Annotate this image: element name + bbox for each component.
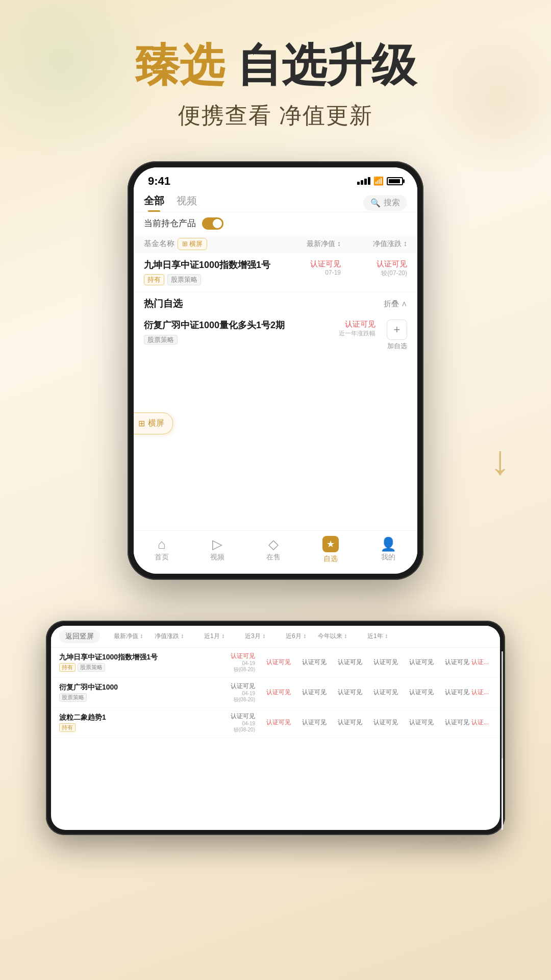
- ls-fund-1-m6: 认证可见: [364, 658, 398, 667]
- ls-fund-3-name: 波粒二象趋势1: [59, 713, 151, 722]
- battery-icon: [387, 177, 403, 185]
- hot-fund-change-label: 近一年涨跌幅: [339, 329, 375, 338]
- ls-fund-2-name: 衍复广羽中证1000: [59, 683, 151, 692]
- hot-fund-info: 衍复广羽中证1000量化多头1号2期 股票策略: [144, 320, 334, 344]
- ls-fund-1-m1: 认证可见: [293, 658, 327, 667]
- ls-fund-3-m1: 认证可见: [293, 718, 327, 727]
- signal-icon: [357, 177, 370, 185]
- status-time: 9:41: [148, 175, 170, 188]
- phones-container: 9:41 📶 全部 视频: [0, 151, 551, 866]
- ls-fund-2-y1: 认证可见: [436, 688, 469, 697]
- ls-fund-3-change: 认证可见: [257, 718, 291, 727]
- toggle-label: 当前持仓产品: [144, 217, 196, 229]
- ls-fund-2-extra: 认证...: [471, 688, 492, 697]
- hot-title: 热门自选: [144, 297, 183, 310]
- fund-1-change: 认证可见: [345, 259, 407, 269]
- ls-fund-2-tags: 股票策略: [59, 693, 151, 702]
- ls-fund-1-ytd: 认证可见: [400, 658, 434, 667]
- ls-fund-3-nav: 认证可见: [214, 712, 255, 721]
- title-part2: 自选升级: [237, 40, 416, 90]
- main-title: 臻选 自选升级: [0, 41, 551, 90]
- ls-tag-strategy-1: 股票策略: [78, 663, 105, 672]
- ls-fund-row-3[interactable]: 波粒二象趋势1 持有 认证可见 04-19 较(08-20) 认证可见 认证可见: [51, 708, 500, 738]
- current-position-toggle[interactable]: [202, 217, 223, 230]
- hot-fund-name: 衍复广羽中证1000量化多头1号2期: [144, 320, 334, 331]
- nav-profile[interactable]: 👤 我的: [380, 537, 396, 562]
- landscape-float-icon: ⊞: [138, 419, 145, 428]
- hot-fund-change: 认证可见: [339, 320, 375, 329]
- ls-col-m6: 近6月 ↕: [269, 632, 310, 641]
- ls-tag-strategy-2: 股票策略: [59, 693, 87, 702]
- fund-1-date: 07-19: [280, 269, 341, 276]
- col-headers: 基金名称 ⊞ 横屏 最新净值 ↕ 净值涨跌 ↕: [134, 235, 417, 253]
- collapse-btn[interactable]: 折叠 ∧: [384, 299, 407, 309]
- tag-strategy: 股票策略: [167, 274, 201, 285]
- ls-fund-1-m3: 认证可见: [329, 658, 362, 667]
- col-nav-header: 最新净值 ↕: [280, 239, 341, 249]
- ls-col-m3: 近3月 ↕: [229, 632, 269, 641]
- back-to-portrait-btn[interactable]: 返回竖屏: [59, 630, 100, 643]
- ls-col-ytd: 今年以来 ↕: [310, 632, 351, 641]
- bottom-navigation: ⌂ 首页 ▷ 视频 ◇ 在售 ★ 自选: [134, 530, 417, 574]
- ls-fund-3-ytd: 认证可见: [400, 718, 434, 727]
- landscape-col-headers: 最新净值 ↕ 净值涨跌 ↕ 近1月 ↕ 近3月 ↕ 近6月 ↕ 今年以来 ↕ 近…: [106, 632, 492, 641]
- ls-fund-2-m1: 认证可见: [293, 688, 327, 697]
- ls-fund-3-y1: 认证可见: [436, 718, 469, 727]
- ls-fund-2-nav: 认证可见: [214, 682, 255, 691]
- fund-1-compare: 较(07-20): [345, 269, 407, 278]
- sub-title: 便携查看 净值更新: [0, 101, 551, 131]
- ls-tag-holding-3: 持有: [59, 723, 76, 732]
- landscape-icon: ⊞: [182, 240, 188, 248]
- landscape-phone-inner: 返回竖屏 最新净值 ↕ 净值涨跌 ↕ 近1月 ↕ 近3月 ↕ 近6月 ↕ 今年以…: [51, 626, 500, 830]
- ls-col-y1: 近1年 ↕: [351, 632, 392, 641]
- add-to-watchlist-btn[interactable]: +: [387, 320, 407, 340]
- ls-fund-1-name-col: 九坤日享中证1000指数增强1号 持有 股票策略: [59, 653, 158, 672]
- ls-fund-row-1[interactable]: 九坤日享中证1000指数增强1号 持有 股票策略 认证可见 04-19 较(08…: [51, 648, 500, 678]
- status-icons: 📶: [357, 176, 403, 186]
- toggle-row: 当前持仓产品: [134, 212, 417, 235]
- wifi-icon: 📶: [373, 176, 384, 186]
- portrait-bottom-nav: ⌂ 首页 ▷ 视频 ◇ 在售 ★ 自选: [134, 568, 417, 574]
- hot-fund-tags: 股票策略: [144, 335, 334, 345]
- ls-fund-3-m6: 认证可见: [364, 718, 398, 727]
- landscape-header: 返回竖屏 最新净值 ↕ 净值涨跌 ↕ 近1月 ↕ 近3月 ↕ 近6月 ↕ 今年以…: [51, 626, 500, 648]
- header-section: 臻选 自选升级 便携查看 净值更新: [0, 0, 551, 151]
- ls-fund-3-extra: 认证...: [471, 718, 492, 727]
- col-change-header: 净值涨跌 ↕: [341, 239, 407, 249]
- hot-fund-row[interactable]: 衍复广羽中证1000量化多头1号2期 股票策略 认证可见 近一年涨跌幅 + 加自…: [134, 313, 417, 357]
- ls-fund-2-m6: 认证可见: [364, 688, 398, 697]
- home-icon: ⌂: [158, 537, 166, 551]
- tabs-row: 全部 视频 🔍 搜索: [134, 190, 417, 212]
- ls-fund-1-extra: 认证...: [471, 658, 492, 667]
- title-part1: 臻选: [135, 40, 224, 90]
- ls-fund-1-y1: 认证可见: [436, 658, 469, 667]
- nav-video[interactable]: ▷ 视频: [210, 537, 224, 562]
- landscape-mode-btn[interactable]: ⊞ 横屏: [178, 238, 207, 250]
- ls-col-nav: 最新净值 ↕: [106, 632, 147, 641]
- arrow-decoration: ↓: [490, 437, 510, 484]
- sale-icon: ◇: [268, 537, 279, 551]
- portrait-phone-inner: 9:41 📶 全部 视频: [134, 167, 417, 574]
- profile-icon: 👤: [380, 537, 396, 551]
- nav-watchlist[interactable]: ★ 自选: [322, 536, 339, 564]
- ls-fund-3-m3: 认证可见: [329, 718, 362, 727]
- ls-fund-2-m3: 认证可见: [329, 688, 362, 697]
- landscape-float-button[interactable]: ⊞ 横屏: [134, 412, 173, 434]
- fund-1-value: 认证可见: [280, 259, 341, 269]
- hot-section-header: 热门自选 折叠 ∧: [134, 292, 417, 313]
- search-btn[interactable]: 🔍 搜索: [363, 195, 407, 211]
- hot-fund-tag: 股票策略: [144, 335, 178, 345]
- ls-fund-row-2[interactable]: 衍复广羽中证1000 股票策略 认证可见 04-19 较(08-20) 认证可见…: [51, 678, 500, 708]
- add-btn-label: 加自选: [387, 341, 407, 351]
- fund-1-tags: 持有 股票策略: [144, 274, 280, 285]
- ls-fund-2-name-col: 衍复广羽中证1000 股票策略: [59, 683, 151, 702]
- tab-all[interactable]: 全部: [144, 194, 164, 212]
- ls-fund-2-ytd: 认证可见: [400, 688, 434, 697]
- nav-home[interactable]: ⌂ 首页: [155, 537, 169, 562]
- ls-fund-1-name: 九坤日享中证1000指数增强1号: [59, 653, 158, 662]
- tab-video[interactable]: 视频: [177, 194, 197, 212]
- ls-fund-3-name-col: 波粒二象趋势1 持有: [59, 713, 151, 732]
- nav-sale[interactable]: ◇ 在售: [266, 537, 281, 562]
- fund-row-1[interactable]: 九坤日享中证1000指数增强1号 持有 股票策略 认证可见 07-19 认证可见…: [134, 253, 417, 292]
- ls-fund-3-tags: 持有: [59, 723, 151, 732]
